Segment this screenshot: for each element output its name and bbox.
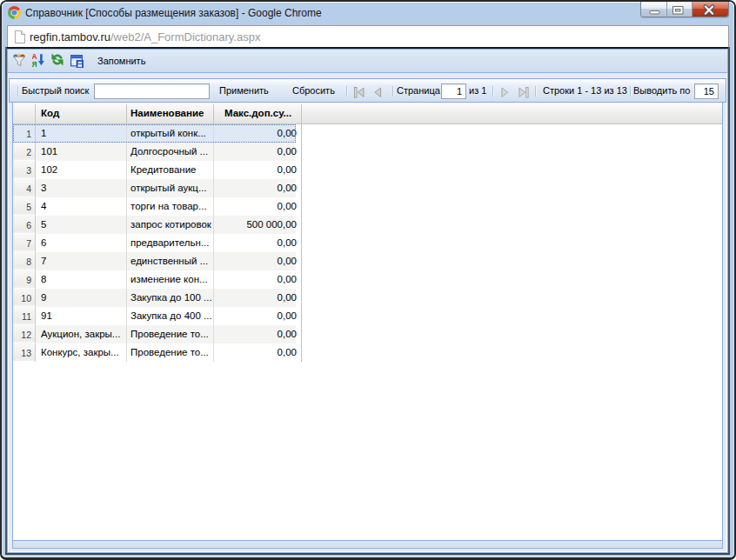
- svg-text:Я: Я: [32, 60, 37, 68]
